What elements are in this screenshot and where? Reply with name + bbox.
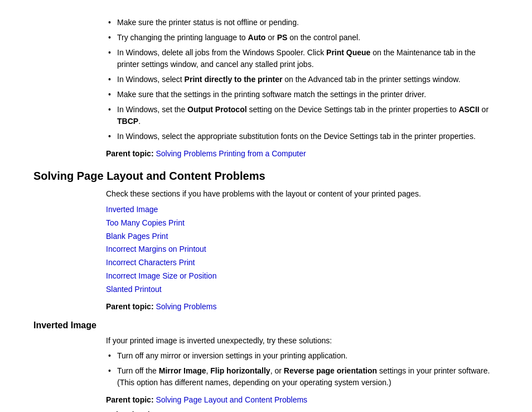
- link-inverted-image[interactable]: Inverted Image: [106, 203, 499, 217]
- section-heading: Solving Page Layout and Content Problems: [33, 170, 499, 183]
- link-incorrect-characters[interactable]: Incorrect Characters Print: [106, 256, 499, 270]
- subsection-parent-topic: Parent topic: Solving Page Layout and Co…: [106, 394, 499, 406]
- related-tasks-label: Related tasks: [106, 410, 499, 412]
- subsection-heading: Inverted Image: [33, 320, 499, 330]
- section-description: Check these sections if you have problem…: [106, 188, 499, 200]
- section-content-area: Check these sections if you have problem…: [106, 188, 499, 313]
- bullet-item-6: In Windows, set the Output Protocol sett…: [106, 104, 499, 127]
- bullet-item-5: Make sure that the settings in the print…: [106, 89, 499, 100]
- link-too-many-copies[interactable]: Too Many Copies Print: [106, 217, 499, 230]
- bullet-item-3: In Windows, delete all jobs from the Win…: [106, 47, 499, 70]
- link-incorrect-image-size[interactable]: Incorrect Image Size or Position: [106, 270, 499, 283]
- bullet-item-7: In Windows, select the appropriate subst…: [106, 131, 499, 142]
- section-parent-topic: Parent topic: Solving Problems: [106, 301, 499, 313]
- top-bullet-list: Make sure the printer status is not offl…: [106, 17, 499, 142]
- section-parent-topic-link[interactable]: Solving Problems: [156, 302, 216, 311]
- subsection-parent-topic-label: Parent topic:: [106, 395, 154, 404]
- section-links-block: Inverted Image Too Many Copies Print Bla…: [106, 203, 499, 296]
- parent-topic-top-link[interactable]: Solving Problems Printing from a Compute…: [156, 149, 306, 158]
- parent-topic-top: Parent topic: Solving Problems Printing …: [106, 148, 499, 160]
- top-content-area: Make sure the printer status is not offl…: [106, 17, 499, 160]
- parent-topic-top-label: Parent topic:: [106, 149, 154, 158]
- bullet-item-4: In Windows, select Print directly to the…: [106, 74, 499, 85]
- link-blank-pages[interactable]: Blank Pages Print: [106, 230, 499, 243]
- subsection-bullet-list: Turn off any mirror or inversion setting…: [106, 350, 499, 389]
- link-slanted-printout[interactable]: Slanted Printout: [106, 283, 499, 296]
- subsection-description: If your printed image is inverted unexpe…: [106, 335, 499, 347]
- page-container: Make sure the printer status is not offl…: [0, 0, 532, 412]
- subsection-bullet-1: Turn off any mirror or inversion setting…: [106, 350, 499, 362]
- subsection-content-area: If your printed image is inverted unexpe…: [106, 335, 499, 412]
- section-parent-topic-label: Parent topic:: [106, 302, 154, 311]
- subsection-bullet-2: Turn off the Mirror Image, Flip horizont…: [106, 365, 499, 389]
- bullet-item-1: Make sure the printer status is not offl…: [106, 17, 499, 28]
- link-incorrect-margins[interactable]: Incorrect Margins on Printout: [106, 243, 499, 256]
- subsection-parent-topic-link[interactable]: Solving Page Layout and Content Problems: [156, 395, 307, 404]
- bullet-item-2: Try changing the printing language to Au…: [106, 32, 499, 44]
